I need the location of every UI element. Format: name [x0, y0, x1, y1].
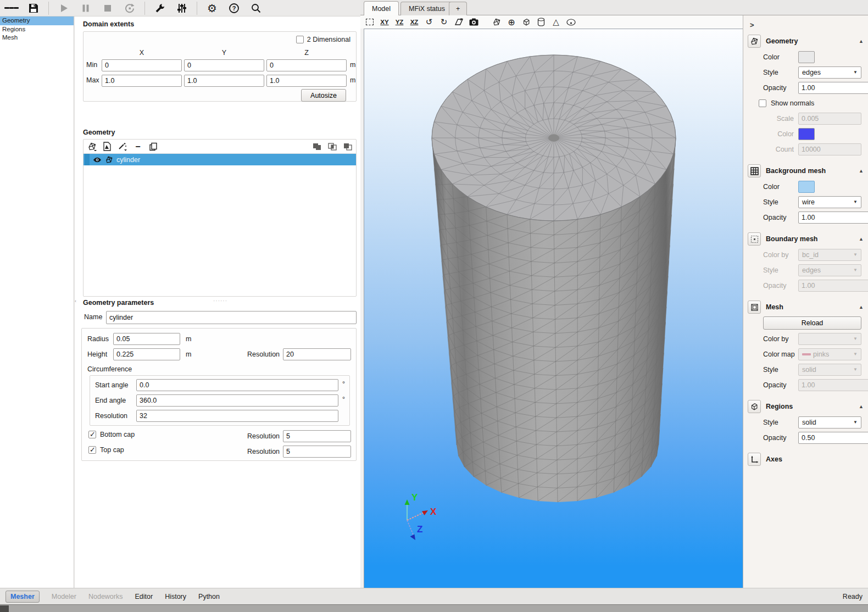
stop-icon[interactable]	[101, 2, 115, 15]
add-geometry-icon[interactable]	[87, 142, 97, 152]
save-icon[interactable]	[26, 2, 41, 15]
geometry-opacity-spinbox[interactable]: ▲▼	[798, 82, 868, 94]
height-input[interactable]	[113, 348, 180, 360]
view-xz-icon[interactable]: XZ	[409, 17, 419, 27]
toggle-regions-cube-icon[interactable]	[521, 17, 531, 27]
mesh-section-icon[interactable]	[748, 301, 761, 314]
mode-history[interactable]: History	[165, 593, 186, 600]
remove-geometry-icon[interactable]: −	[133, 142, 143, 152]
perspective-icon[interactable]	[454, 17, 464, 27]
view-yz-icon[interactable]: YZ	[394, 17, 404, 27]
screenshot-camera-icon[interactable]	[469, 17, 478, 27]
background-mesh-opacity-input[interactable]	[799, 212, 868, 223]
geometry-opacity-input[interactable]	[799, 82, 868, 93]
autosize-button[interactable]: Autosize	[301, 89, 346, 102]
tab-mfix-status[interactable]: MFiX status	[400, 2, 453, 15]
panel-splitter-handle[interactable]: ······	[201, 298, 240, 304]
reset-icon[interactable]	[123, 2, 137, 15]
search-icon[interactable]	[249, 2, 263, 15]
settings-gear-icon[interactable]: ⚙	[205, 2, 219, 15]
two-dimensional-checkbox[interactable]	[296, 36, 304, 43]
radius-unit: m	[186, 335, 191, 343]
run-icon[interactable]	[57, 2, 71, 15]
pause-icon[interactable]	[79, 2, 93, 15]
chevron-down-icon: ▼	[853, 252, 858, 257]
circumference-resolution-input[interactable]	[136, 410, 338, 422]
background-mesh-color-swatch[interactable]	[798, 181, 815, 193]
boolean-union-icon[interactable]	[312, 142, 322, 152]
bottom-cap-resolution-input[interactable]	[283, 430, 351, 442]
max-y-input[interactable]	[184, 75, 264, 87]
geometry-section-icon[interactable]	[748, 35, 761, 48]
name-input[interactable]	[106, 311, 357, 324]
boolean-intersect-icon[interactable]	[327, 142, 337, 152]
min-z-input[interactable]	[266, 59, 347, 71]
boolean-difference-icon[interactable]	[343, 142, 353, 152]
min-x-input[interactable]	[102, 59, 182, 71]
top-cap-resolution-input[interactable]	[283, 446, 351, 458]
nav-item-mesh[interactable]: Mesh	[0, 34, 74, 42]
max-z-input[interactable]	[266, 75, 347, 87]
collapse-arrow-icon[interactable]: ▲	[859, 38, 864, 44]
rotate-left-icon[interactable]: ↺	[424, 17, 434, 27]
radius-label: Radius	[87, 335, 109, 343]
geometry-list-item-cylinder[interactable]: cylinder	[84, 154, 356, 165]
background-mesh-section-icon[interactable]	[748, 164, 761, 177]
geometry-color-swatch[interactable]	[798, 51, 815, 63]
height-resolution-input[interactable]	[283, 348, 351, 360]
menu-icon[interactable]	[4, 2, 19, 15]
show-normals-checkbox[interactable]	[759, 99, 766, 107]
boundary-mesh-section-icon[interactable]	[748, 232, 761, 246]
toggle-geometry-icon[interactable]	[492, 17, 502, 27]
regions-opacity-input[interactable]	[799, 432, 868, 443]
mesh-style-label: Style	[763, 366, 798, 374]
render-viewport[interactable]: Y X Z	[364, 29, 743, 588]
nav-item-geometry[interactable]: Geometry	[0, 16, 74, 25]
collapse-chevron-icon[interactable]: ‹	[75, 298, 76, 304]
mode-editor[interactable]: Editor	[135, 593, 153, 600]
visibility-eye-icon[interactable]	[93, 156, 102, 164]
end-angle-input[interactable]	[136, 394, 338, 407]
domain-extents-box: 2 Dimensional X Y Z Min m Max m Autosize	[83, 31, 357, 102]
add-polygon-file-icon[interactable]	[102, 142, 112, 152]
help-icon[interactable]: ?	[227, 2, 241, 15]
start-angle-input[interactable]	[136, 379, 338, 391]
radius-input[interactable]	[113, 333, 180, 345]
mesh-reload-button[interactable]: Reload	[763, 316, 861, 330]
mode-python[interactable]: Python	[198, 593, 220, 600]
background-mesh-style-dropdown[interactable]: wire▼	[798, 196, 861, 208]
nav-item-regions[interactable]: Regions	[0, 25, 74, 34]
max-x-input[interactable]	[102, 75, 182, 87]
toggle-background-mesh-icon[interactable]: ⊕	[507, 17, 516, 27]
copy-geometry-icon[interactable]	[148, 142, 158, 152]
mode-mesher[interactable]: Mesher	[5, 591, 40, 603]
wizard-wand-icon[interactable]	[118, 142, 127, 152]
axes-section-icon[interactable]	[748, 453, 761, 466]
geometry-style-dropdown[interactable]: edges▼	[798, 66, 861, 79]
regions-opacity-spinbox[interactable]: ▲▼	[798, 432, 868, 444]
toggle-mesh-cylinder-icon[interactable]	[536, 17, 546, 27]
min-y-input[interactable]	[184, 59, 264, 71]
tab-add[interactable]: +	[449, 2, 467, 15]
view-xy-icon[interactable]: XY	[380, 17, 390, 27]
reset-view-icon[interactable]	[365, 17, 375, 27]
background-mesh-opacity-spinbox[interactable]: ▲▼	[798, 212, 868, 224]
boundary-mesh-opacity-label: Opacity	[763, 282, 798, 290]
build-wrench-icon[interactable]	[153, 2, 167, 15]
regions-style-dropdown[interactable]: solid▼	[798, 416, 861, 429]
toggle-cone-icon[interactable]: △	[551, 17, 561, 27]
collapse-arrow-icon[interactable]: ▲	[859, 304, 864, 310]
rotate-right-icon[interactable]: ↻	[439, 17, 449, 27]
bottom-cap-checkbox[interactable]	[88, 431, 96, 438]
normals-count-input	[798, 143, 861, 155]
parameters-sliders-icon[interactable]	[175, 2, 189, 15]
circumference-resolution-label: Resolution	[95, 412, 127, 420]
toggle-visibility-icon[interactable]	[566, 17, 576, 27]
collapse-panel-chevron-icon[interactable]: >	[750, 21, 760, 29]
collapse-arrow-icon[interactable]: ▲	[859, 168, 864, 174]
collapse-arrow-icon[interactable]: ▲	[859, 236, 864, 242]
collapse-arrow-icon[interactable]: ▲	[859, 404, 864, 409]
top-cap-checkbox[interactable]	[88, 446, 96, 454]
regions-section-icon[interactable]	[748, 400, 761, 413]
tab-model[interactable]: Model	[364, 1, 399, 15]
